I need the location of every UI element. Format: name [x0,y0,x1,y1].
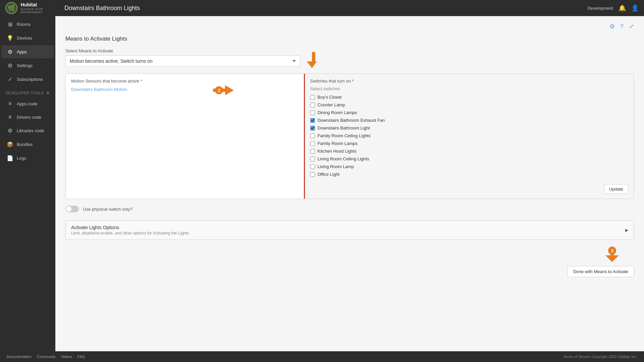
switch-item-6[interactable]: Family Room Lamps [310,140,629,147]
two-col-panel: Motion Sensors that become active * Down… [65,73,634,199]
footer-link-community[interactable]: Community [37,355,56,359]
svg-marker-10 [605,255,619,262]
logo-subtitle: Elevate Your Environment [21,8,59,14]
annotation-arrow-3: 3 [604,247,621,263]
logs-icon: 📄 [7,155,13,161]
switch-checkbox-6[interactable] [310,141,315,146]
switch-label-6: Family Room Lamps [318,141,358,146]
nav-label: Development [587,6,613,11]
content-area: ⚙ ? ⤢ Means to Activate Lights Select Me… [55,16,644,351]
drivers-code-icon: ≡ [7,114,13,120]
sidebar-item-drivers-code[interactable]: ≡ Drivers code [1,111,54,123]
select-means-label: Select Means to Activate [65,48,634,53]
switch-checkbox-4[interactable] [310,126,315,131]
switch-checkbox-8[interactable] [310,157,315,161]
switch-item-7[interactable]: Kitchen Hood Lights [310,148,629,154]
sidebar-item-settings[interactable]: ⚙ Settings [1,59,54,72]
motion-sensor-link[interactable]: Downstairs Bathroom Motion [71,87,127,92]
expand-icon[interactable]: ⤢ [629,23,634,30]
switch-item-3[interactable]: Downstairs Bathroom Exhaust Fan [310,117,629,123]
switch-item-1[interactable]: Counter Lamp [310,102,629,108]
select-switches-label: Select switches [310,86,629,91]
bundles-icon: 📦 [7,141,13,148]
apps-code-icon: ≡ [7,101,13,107]
rooms-icon: ⊞ [7,21,13,28]
sidebar-label-drivers-code: Drivers code [17,115,41,120]
help-icon[interactable]: ? [620,23,624,30]
right-panel: Switches that turn on * Select switches … [305,74,634,199]
switch-checkbox-10[interactable] [310,172,315,177]
switch-label-7: Kitchen Hood Lights [318,149,357,154]
switch-label-9: Living Room Lamp [318,164,354,169]
settings-gear-icon[interactable]: ⚙ [609,23,615,30]
toggle-switch[interactable] [65,206,79,212]
sidebar-label-apps: Apps [17,49,27,54]
toggle-label: Use physical switch only? [83,207,132,212]
switch-checkbox-0[interactable] [310,95,315,100]
notification-icon[interactable]: 🔔 [619,4,626,12]
collapsible-desc: Limit, disable/re-enable, and other opti… [71,231,189,236]
sidebar-item-libraries-code[interactable]: ⚙ Libraries code [1,124,54,137]
sidebar-label-subscriptions: Subscriptions [17,77,43,82]
footer-link-videos[interactable]: Videos [61,355,72,359]
collapsible-panel: Activate Lights Options Limit, disable/r… [65,220,634,240]
switch-checkbox-3[interactable] [310,118,315,123]
motion-sensors-header: Motion Sensors that become active * [71,79,299,84]
footer-copyright: Terms of Service Copyright 2022 Hubitat,… [563,355,637,359]
developer-tools-label: Developer tools [5,91,44,95]
switch-label-4: Downstairs Bathroom Light [318,125,370,131]
switch-checkbox-5[interactable] [310,134,315,138]
sidebar-item-rooms[interactable]: ⊞ Rooms [1,18,54,31]
sidebar-item-subscriptions[interactable]: ✓ Subscriptions [1,73,54,86]
switch-checkbox-2[interactable] [310,110,315,115]
sidebar-item-logs[interactable]: 📄 Logs [1,152,54,165]
switch-label-0: Boy's Closet [318,95,342,100]
switch-label-2: Dining Room Lamps [318,110,357,115]
select-means-dropdown[interactable]: Motion becomes active, Switch turns on M… [65,55,300,67]
switch-checkbox-9[interactable] [310,164,315,169]
subscriptions-icon: ✓ [7,76,13,83]
developer-tools-collapse[interactable]: ✕ [46,90,50,96]
switch-checkbox-1[interactable] [310,103,315,107]
select-means-group: Select Means to Activate Motion becomes … [65,48,634,67]
svg-rect-9 [610,247,614,256]
content-top-icons: ⚙ ? ⤢ [65,23,634,30]
collapsible-header-text: Activate Lights Options Limit, disable/r… [71,225,189,236]
footer-link-faq[interactable]: FAQ [77,355,85,359]
user-icon[interactable]: 👤 [631,4,639,12]
apps-icon: ⚙ [7,49,13,55]
switch-label-10: Office Light [318,172,340,177]
switch-item-5[interactable]: Family Room Ceiling Lights [310,133,629,139]
sidebar-item-bundles[interactable]: 📦 Bundles [1,138,54,151]
switch-item-10[interactable]: Office Light [310,171,629,177]
done-button[interactable]: Done with Means to Activate [568,266,634,277]
switch-item-2[interactable]: Dining Room Lamps [310,109,629,116]
switch-label-5: Family Room Ceiling Lights [318,133,371,138]
logo-icon: 🌿 [5,2,17,14]
logo-area: 🌿 Hubitat Elevate Your Environment [5,2,59,14]
sidebar-label-logs: Logs [17,156,26,161]
switch-item-4[interactable]: Downstairs Bathroom Light [310,125,629,131]
footer: DocumentationCommunityVideosFAQ Terms of… [0,351,644,362]
switch-item-9[interactable]: Living Room Lamp [310,163,629,170]
annotation-arrow-1 [300,52,327,72]
collapsible-header[interactable]: Activate Lights Options Limit, disable/r… [66,221,634,240]
switch-label-1: Counter Lamp [318,102,345,107]
switch-item-0[interactable]: Boy's Closet [310,94,629,100]
switch-label-8: Living Room Ceiling Lights [318,156,369,161]
footer-link-documentation[interactable]: Documentation [7,355,32,359]
switch-item-8[interactable]: Living Room Ceiling Lights [310,156,629,162]
developer-tools-header: Developer tools ✕ [0,86,55,97]
sidebar-item-apps-code[interactable]: ≡ Apps code [1,97,54,110]
switch-checkbox-7[interactable] [310,149,315,154]
switches-header: Switches that turn on * [310,79,629,84]
leaf-icon: 🌿 [8,4,15,12]
logo-text: Hubitat Elevate Your Environment [21,2,59,13]
sidebar-item-devices[interactable]: 💡 Devices [1,32,54,45]
sidebar-label-devices: Devices [17,36,32,41]
switch-label-3: Downstairs Bathroom Exhaust Fan [318,118,385,123]
sidebar-item-apps[interactable]: ⚙ Apps [1,45,54,58]
sidebar-label-settings: Settings [17,63,33,68]
sidebar-label-apps-code: Apps code [17,101,37,106]
update-button[interactable]: Update [604,184,628,194]
